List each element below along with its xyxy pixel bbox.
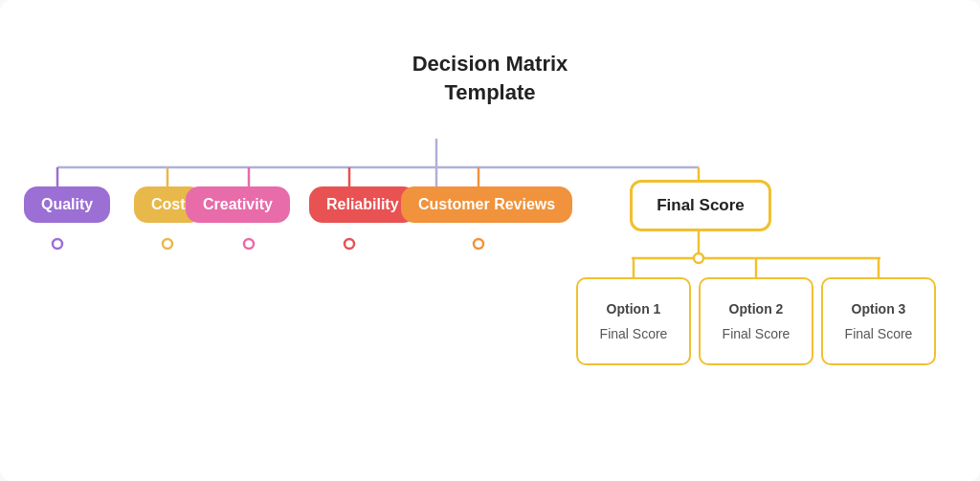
badge-quality: Quality xyxy=(24,186,110,223)
svg-point-18 xyxy=(474,239,483,249)
badge-customer-reviews: Customer Reviews xyxy=(401,186,572,223)
badge-reliability: Reliability xyxy=(309,186,416,223)
canvas: Decision Matrix Template xyxy=(0,0,980,481)
svg-point-14 xyxy=(53,239,62,249)
svg-point-13 xyxy=(694,253,703,263)
option-2-box: Option 2 Final Score xyxy=(699,277,813,365)
final-score-box: Final Score xyxy=(630,180,771,231)
badge-creativity: Creativity xyxy=(186,186,290,223)
option-3-box: Option 3 Final Score xyxy=(821,277,936,365)
option-1-box: Option 1 Final Score xyxy=(576,277,691,365)
svg-point-15 xyxy=(163,239,172,249)
svg-point-17 xyxy=(345,239,354,249)
page-title: Decision Matrix Template xyxy=(412,50,568,106)
svg-point-16 xyxy=(244,239,254,249)
